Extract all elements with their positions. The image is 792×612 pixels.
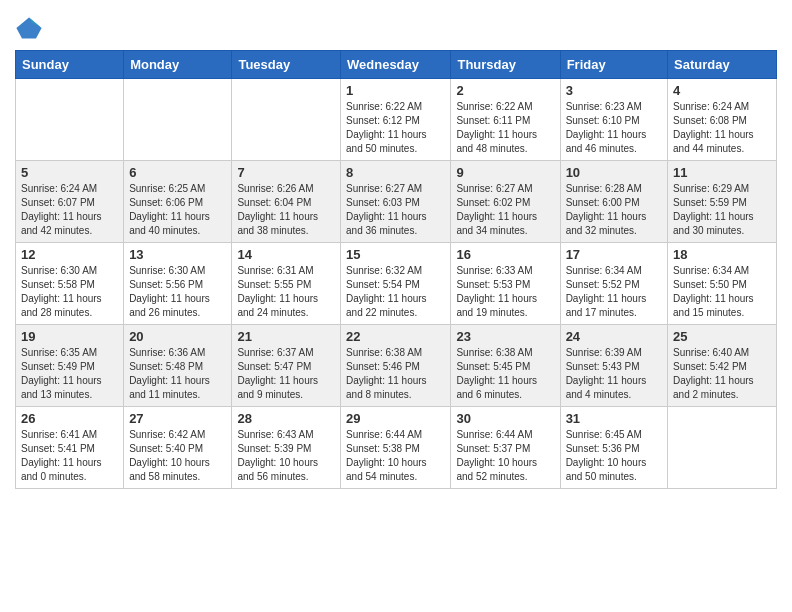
day-number: 22 — [346, 329, 445, 344]
day-number: 21 — [237, 329, 335, 344]
calendar-cell: 13Sunrise: 6:30 AM Sunset: 5:56 PM Dayli… — [124, 243, 232, 325]
day-number: 30 — [456, 411, 554, 426]
day-info: Sunrise: 6:22 AM Sunset: 6:12 PM Dayligh… — [346, 100, 445, 156]
weekday-header-sunday: Sunday — [16, 51, 124, 79]
calendar-cell: 6Sunrise: 6:25 AM Sunset: 6:06 PM Daylig… — [124, 161, 232, 243]
day-number: 23 — [456, 329, 554, 344]
day-number: 31 — [566, 411, 662, 426]
logo-icon — [15, 14, 43, 42]
calendar-cell: 26Sunrise: 6:41 AM Sunset: 5:41 PM Dayli… — [16, 407, 124, 489]
calendar-cell: 11Sunrise: 6:29 AM Sunset: 5:59 PM Dayli… — [668, 161, 777, 243]
day-number: 13 — [129, 247, 226, 262]
calendar-cell — [232, 79, 341, 161]
calendar-cell: 9Sunrise: 6:27 AM Sunset: 6:02 PM Daylig… — [451, 161, 560, 243]
calendar-cell: 28Sunrise: 6:43 AM Sunset: 5:39 PM Dayli… — [232, 407, 341, 489]
weekday-header-friday: Friday — [560, 51, 667, 79]
day-number: 5 — [21, 165, 118, 180]
weekday-header-monday: Monday — [124, 51, 232, 79]
calendar-cell: 22Sunrise: 6:38 AM Sunset: 5:46 PM Dayli… — [341, 325, 451, 407]
calendar-cell: 4Sunrise: 6:24 AM Sunset: 6:08 PM Daylig… — [668, 79, 777, 161]
day-number: 11 — [673, 165, 771, 180]
day-info: Sunrise: 6:38 AM Sunset: 5:45 PM Dayligh… — [456, 346, 554, 402]
calendar-week-3: 12Sunrise: 6:30 AM Sunset: 5:58 PM Dayli… — [16, 243, 777, 325]
day-info: Sunrise: 6:28 AM Sunset: 6:00 PM Dayligh… — [566, 182, 662, 238]
day-info: Sunrise: 6:45 AM Sunset: 5:36 PM Dayligh… — [566, 428, 662, 484]
day-number: 19 — [21, 329, 118, 344]
weekday-header-wednesday: Wednesday — [341, 51, 451, 79]
calendar-cell: 7Sunrise: 6:26 AM Sunset: 6:04 PM Daylig… — [232, 161, 341, 243]
calendar-cell: 2Sunrise: 6:22 AM Sunset: 6:11 PM Daylig… — [451, 79, 560, 161]
day-info: Sunrise: 6:25 AM Sunset: 6:06 PM Dayligh… — [129, 182, 226, 238]
calendar-cell: 10Sunrise: 6:28 AM Sunset: 6:00 PM Dayli… — [560, 161, 667, 243]
day-number: 1 — [346, 83, 445, 98]
calendar-cell: 20Sunrise: 6:36 AM Sunset: 5:48 PM Dayli… — [124, 325, 232, 407]
day-number: 17 — [566, 247, 662, 262]
day-number: 7 — [237, 165, 335, 180]
calendar-cell: 3Sunrise: 6:23 AM Sunset: 6:10 PM Daylig… — [560, 79, 667, 161]
calendar-cell: 15Sunrise: 6:32 AM Sunset: 5:54 PM Dayli… — [341, 243, 451, 325]
day-info: Sunrise: 6:31 AM Sunset: 5:55 PM Dayligh… — [237, 264, 335, 320]
day-info: Sunrise: 6:30 AM Sunset: 5:58 PM Dayligh… — [21, 264, 118, 320]
day-number: 24 — [566, 329, 662, 344]
day-number: 14 — [237, 247, 335, 262]
calendar-cell — [668, 407, 777, 489]
calendar-cell: 29Sunrise: 6:44 AM Sunset: 5:38 PM Dayli… — [341, 407, 451, 489]
calendar-cell: 1Sunrise: 6:22 AM Sunset: 6:12 PM Daylig… — [341, 79, 451, 161]
day-number: 4 — [673, 83, 771, 98]
day-number: 26 — [21, 411, 118, 426]
day-number: 8 — [346, 165, 445, 180]
calendar-cell: 31Sunrise: 6:45 AM Sunset: 5:36 PM Dayli… — [560, 407, 667, 489]
page: SundayMondayTuesdayWednesdayThursdayFrid… — [0, 0, 792, 504]
weekday-header-row: SundayMondayTuesdayWednesdayThursdayFrid… — [16, 51, 777, 79]
day-number: 9 — [456, 165, 554, 180]
day-number: 29 — [346, 411, 445, 426]
day-info: Sunrise: 6:27 AM Sunset: 6:03 PM Dayligh… — [346, 182, 445, 238]
day-info: Sunrise: 6:29 AM Sunset: 5:59 PM Dayligh… — [673, 182, 771, 238]
day-info: Sunrise: 6:34 AM Sunset: 5:50 PM Dayligh… — [673, 264, 771, 320]
calendar-week-2: 5Sunrise: 6:24 AM Sunset: 6:07 PM Daylig… — [16, 161, 777, 243]
calendar-cell: 8Sunrise: 6:27 AM Sunset: 6:03 PM Daylig… — [341, 161, 451, 243]
day-number: 28 — [237, 411, 335, 426]
day-number: 3 — [566, 83, 662, 98]
day-info: Sunrise: 6:32 AM Sunset: 5:54 PM Dayligh… — [346, 264, 445, 320]
calendar-cell: 14Sunrise: 6:31 AM Sunset: 5:55 PM Dayli… — [232, 243, 341, 325]
day-number: 18 — [673, 247, 771, 262]
day-info: Sunrise: 6:30 AM Sunset: 5:56 PM Dayligh… — [129, 264, 226, 320]
calendar-cell: 17Sunrise: 6:34 AM Sunset: 5:52 PM Dayli… — [560, 243, 667, 325]
calendar-cell: 5Sunrise: 6:24 AM Sunset: 6:07 PM Daylig… — [16, 161, 124, 243]
calendar-cell — [124, 79, 232, 161]
weekday-header-thursday: Thursday — [451, 51, 560, 79]
svg-marker-0 — [16, 18, 41, 39]
day-info: Sunrise: 6:43 AM Sunset: 5:39 PM Dayligh… — [237, 428, 335, 484]
day-info: Sunrise: 6:44 AM Sunset: 5:38 PM Dayligh… — [346, 428, 445, 484]
day-info: Sunrise: 6:44 AM Sunset: 5:37 PM Dayligh… — [456, 428, 554, 484]
calendar-cell: 18Sunrise: 6:34 AM Sunset: 5:50 PM Dayli… — [668, 243, 777, 325]
calendar-cell: 23Sunrise: 6:38 AM Sunset: 5:45 PM Dayli… — [451, 325, 560, 407]
calendar-cell: 19Sunrise: 6:35 AM Sunset: 5:49 PM Dayli… — [16, 325, 124, 407]
calendar-cell — [16, 79, 124, 161]
calendar-cell: 16Sunrise: 6:33 AM Sunset: 5:53 PM Dayli… — [451, 243, 560, 325]
day-info: Sunrise: 6:35 AM Sunset: 5:49 PM Dayligh… — [21, 346, 118, 402]
day-number: 12 — [21, 247, 118, 262]
day-info: Sunrise: 6:38 AM Sunset: 5:46 PM Dayligh… — [346, 346, 445, 402]
logo — [15, 14, 45, 42]
day-info: Sunrise: 6:22 AM Sunset: 6:11 PM Dayligh… — [456, 100, 554, 156]
day-info: Sunrise: 6:42 AM Sunset: 5:40 PM Dayligh… — [129, 428, 226, 484]
day-number: 20 — [129, 329, 226, 344]
calendar-cell: 30Sunrise: 6:44 AM Sunset: 5:37 PM Dayli… — [451, 407, 560, 489]
day-number: 15 — [346, 247, 445, 262]
day-info: Sunrise: 6:33 AM Sunset: 5:53 PM Dayligh… — [456, 264, 554, 320]
calendar-week-4: 19Sunrise: 6:35 AM Sunset: 5:49 PM Dayli… — [16, 325, 777, 407]
day-info: Sunrise: 6:24 AM Sunset: 6:07 PM Dayligh… — [21, 182, 118, 238]
day-info: Sunrise: 6:37 AM Sunset: 5:47 PM Dayligh… — [237, 346, 335, 402]
day-info: Sunrise: 6:24 AM Sunset: 6:08 PM Dayligh… — [673, 100, 771, 156]
day-number: 6 — [129, 165, 226, 180]
calendar-table: SundayMondayTuesdayWednesdayThursdayFrid… — [15, 50, 777, 489]
calendar-week-1: 1Sunrise: 6:22 AM Sunset: 6:12 PM Daylig… — [16, 79, 777, 161]
day-info: Sunrise: 6:40 AM Sunset: 5:42 PM Dayligh… — [673, 346, 771, 402]
day-info: Sunrise: 6:23 AM Sunset: 6:10 PM Dayligh… — [566, 100, 662, 156]
calendar-cell: 12Sunrise: 6:30 AM Sunset: 5:58 PM Dayli… — [16, 243, 124, 325]
calendar-cell: 21Sunrise: 6:37 AM Sunset: 5:47 PM Dayli… — [232, 325, 341, 407]
calendar-week-5: 26Sunrise: 6:41 AM Sunset: 5:41 PM Dayli… — [16, 407, 777, 489]
day-info: Sunrise: 6:26 AM Sunset: 6:04 PM Dayligh… — [237, 182, 335, 238]
